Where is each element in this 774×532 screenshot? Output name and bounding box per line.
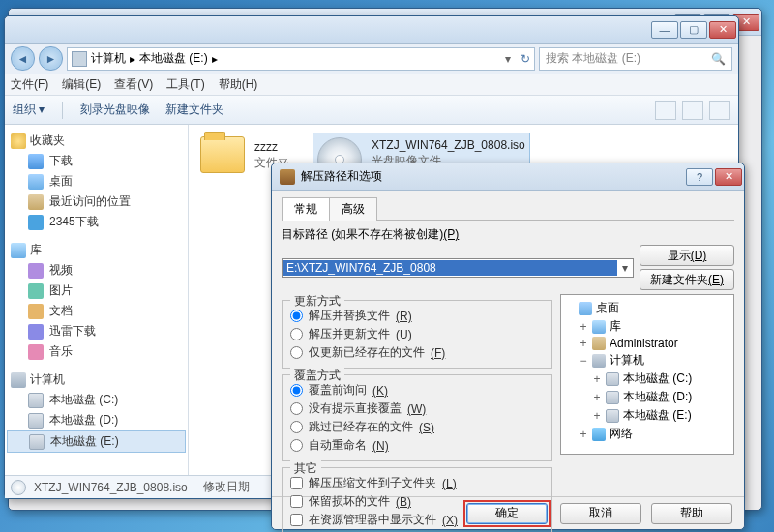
tree-computer[interactable]: −计算机 [565, 351, 729, 369]
crumb-sep: ▸ [130, 52, 135, 66]
dialog-help-button[interactable]: ? [686, 168, 713, 186]
crumb-drive[interactable]: 本地磁盘 (E:) [139, 50, 208, 67]
tree-admin[interactable]: +Administrator [565, 336, 729, 351]
max-button[interactable]: ▢ [680, 21, 707, 39]
folder-tree[interactable]: 桌面 +库 +Administrator −计算机 +本地磁盘 (C:) +本地… [560, 294, 734, 455]
menu-view[interactable]: 查看(V) [114, 76, 153, 93]
navigation-pane: 收藏夹 下载 桌面 最近访问的位置 2345下载 库 视频 图片 文档 迅雷下载… [5, 125, 189, 475]
nav-drive-d[interactable]: 本地磁盘 (D:) [7, 410, 186, 430]
nav-desktop[interactable]: 桌面 [7, 171, 186, 192]
nav-pictures[interactable]: 图片 [7, 281, 186, 301]
toolbar-newfolder[interactable]: 新建文件夹 [165, 102, 223, 118]
nav-forward-button[interactable]: ► [39, 46, 63, 71]
search-box[interactable]: 搜索 本地磁盘 (E:) 🔍 [539, 47, 732, 71]
toolbar-burn[interactable]: 刻录光盘映像 [80, 102, 150, 118]
drive-icon [28, 393, 44, 408]
overwrite-skip[interactable]: 跳过已经存在的文件(S) [290, 418, 544, 436]
dialog-close-button[interactable]: ✕ [715, 168, 742, 186]
nav-back-button[interactable]: ◄ [11, 46, 35, 71]
view-mode-button[interactable] [655, 101, 676, 120]
misc-legend: 其它 [290, 460, 321, 477]
menu-bar: 文件(F) 编辑(E) 查看(V) 工具(T) 帮助(H) [5, 74, 738, 96]
address-bar: ◄ ► 计算机 ▸ 本地磁盘 (E:) ▸ ▾ ↻ 搜索 本地磁盘 (E:) 🔍 [5, 44, 738, 74]
nav-drive-c[interactable]: 本地磁盘 (C:) [7, 390, 186, 410]
nav-computer[interactable]: 计算机 [7, 369, 186, 390]
menu-help[interactable]: 帮助(H) [219, 76, 258, 93]
overwrite-mode-group: 覆盖方式 覆盖前询问(K) 没有提示直接覆盖(W) 跳过已经存在的文件(S) 自… [282, 374, 552, 461]
star-icon [11, 133, 26, 149]
help-button[interactable]: 帮助 [651, 503, 732, 524]
breadcrumb-box[interactable]: 计算机 ▸ 本地磁盘 (E:) ▸ ▾ ↻ [67, 47, 535, 71]
tree-lib[interactable]: +库 [565, 317, 729, 336]
overwrite-rename[interactable]: 自动重命名(N) [290, 436, 544, 455]
misc-keepbroken[interactable]: 保留损坏的文件(B) [290, 492, 544, 511]
network-icon [592, 428, 606, 441]
misc-showinexplorer[interactable]: 在资源管理器中显示文件(X) [290, 511, 544, 529]
search-icon: 🔍 [711, 52, 726, 66]
path-value: E:\XTZJ_WIN764_ZJB_0808 [283, 260, 617, 276]
display-button[interactable]: 显示(D) [640, 245, 734, 266]
computer-icon [592, 354, 606, 368]
desktop-icon [28, 174, 44, 190]
recent-icon [28, 194, 44, 210]
nav-downloads[interactable]: 下载 [7, 151, 186, 171]
tree-desktop[interactable]: 桌面 [565, 299, 729, 317]
overwrite-noask[interactable]: 没有提示直接覆盖(W) [290, 399, 544, 418]
misc-subfolder[interactable]: 解压压缩文件到子文件夹(L) [290, 474, 544, 492]
nav-documents[interactable]: 文档 [7, 301, 186, 321]
path-dropdown-icon[interactable]: ▾ [617, 261, 633, 275]
extract-dialog: 解压路径和选项 ? ✕ 常规 高级 目标路径 (如果不存在将被创建)(P) E:… [271, 163, 745, 530]
close-button[interactable]: ✕ [709, 21, 736, 39]
addr-dropdown[interactable]: ▾ [505, 52, 511, 66]
dialog-title: 解压路径和选项 [301, 168, 382, 185]
2345-icon [28, 215, 44, 230]
cancel-button[interactable]: 取消 [560, 503, 641, 524]
tree-drive-c[interactable]: +本地磁盘 (C:) [565, 369, 729, 388]
desktop-icon [579, 302, 592, 315]
newfolder-button[interactable]: 新建文件夹(E) [640, 269, 734, 290]
nav-drive-e[interactable]: 本地磁盘 (E:) [7, 430, 186, 453]
status-icon [11, 480, 26, 495]
picture-icon [28, 283, 44, 299]
library-icon [11, 243, 26, 258]
help-button[interactable] [709, 101, 730, 120]
tree-network[interactable]: +网络 [565, 425, 729, 443]
preview-pane-button[interactable] [682, 101, 703, 120]
toolbar: 组织 ▾ 刻录光盘映像 新建文件夹 [5, 96, 738, 125]
menu-file[interactable]: 文件(F) [11, 76, 48, 93]
path-combobox[interactable]: E:\XTZJ_WIN764_ZJB_0808 ▾ [282, 258, 634, 278]
dialog-titlebar[interactable]: 解压路径和选项 ? ✕ [272, 163, 744, 191]
toolbar-organize[interactable]: 组织 ▾ [13, 102, 45, 118]
drive-icon [606, 391, 619, 404]
crumb-computer[interactable]: 计算机 [91, 50, 126, 67]
music-icon [28, 344, 44, 360]
nav-2345[interactable]: 2345下载 [7, 212, 186, 232]
tab-advanced[interactable]: 高级 [329, 197, 377, 221]
nav-favorites[interactable]: 收藏夹 [7, 131, 186, 151]
folder-icon [200, 136, 245, 173]
iso-name: XTZJ_WIN764_ZJB_0808.iso [372, 137, 525, 153]
nav-thunder[interactable]: 迅雷下载 [7, 321, 186, 341]
min-button[interactable]: — [651, 21, 678, 39]
update-fresh[interactable]: 解压并更新文件(U) [290, 325, 544, 343]
titlebar[interactable]: — ▢ ✕ [5, 16, 738, 44]
search-placeholder: 搜索 本地磁盘 (E:) [546, 50, 640, 67]
tree-drive-e[interactable]: +本地磁盘 (E:) [565, 406, 729, 425]
tab-general[interactable]: 常规 [282, 197, 330, 221]
archive-icon [280, 169, 295, 185]
computer-icon [11, 372, 26, 388]
nav-videos[interactable]: 视频 [7, 260, 186, 281]
tree-drive-d[interactable]: +本地磁盘 (D:) [565, 388, 729, 406]
refresh-icon[interactable]: ↻ [521, 52, 530, 66]
menu-tools[interactable]: 工具(T) [166, 76, 204, 93]
user-icon [592, 337, 606, 350]
nav-recent[interactable]: 最近访问的位置 [7, 192, 186, 212]
update-existing[interactable]: 仅更新已经存在的文件(F) [290, 343, 544, 362]
misc-group: 其它 解压压缩文件到子文件夹(L) 保留损坏的文件(B) 在资源管理器中显示文件… [282, 467, 552, 532]
nav-libraries[interactable]: 库 [7, 240, 186, 260]
path-label: 目标路径 (如果不存在将被创建)(P) [282, 226, 734, 243]
menu-edit[interactable]: 编辑(E) [62, 76, 101, 93]
nav-music[interactable]: 音乐 [7, 341, 186, 362]
drive-icon [29, 434, 45, 450]
drive-icon [28, 413, 44, 429]
